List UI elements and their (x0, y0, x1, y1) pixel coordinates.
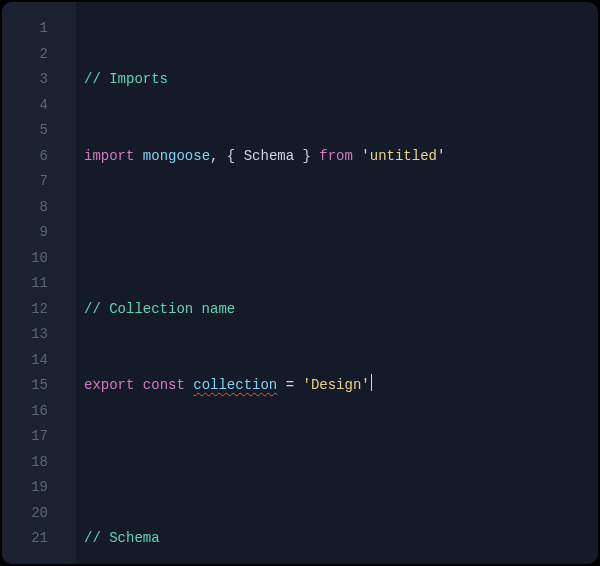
code-line[interactable] (84, 450, 598, 476)
token-comment: // Schema (84, 530, 160, 546)
line-number: 18 (2, 450, 76, 476)
line-number: 14 (2, 348, 76, 374)
token-keyword: from (311, 148, 361, 164)
token-ident: Schema (244, 148, 294, 164)
code-line[interactable]: // Schema (84, 526, 598, 552)
token-punct: , (210, 148, 227, 164)
code-editor[interactable]: 1 2 3 4 5 6 7 8 9 10 11 12 13 14 15 16 1… (2, 2, 598, 564)
line-number: 8 (2, 195, 76, 221)
token-ident-error: collection (193, 377, 277, 393)
token-comment: // Collection name (84, 301, 235, 317)
line-number: 12 (2, 297, 76, 323)
token-keyword: const (134, 377, 193, 393)
line-number: 20 (2, 501, 76, 527)
line-number: 15 (2, 373, 76, 399)
text-cursor (371, 374, 372, 391)
token-keyword: import (84, 148, 134, 164)
code-line[interactable]: import mongoose, { Schema } from 'untitl… (84, 144, 598, 170)
line-number: 10 (2, 246, 76, 272)
line-number: 4 (2, 93, 76, 119)
token-string: Design (311, 377, 361, 393)
line-number-gutter: 1 2 3 4 5 6 7 8 9 10 11 12 13 14 15 16 1… (2, 2, 76, 564)
line-number: 19 (2, 475, 76, 501)
line-number: 6 (2, 144, 76, 170)
line-number: 16 (2, 399, 76, 425)
line-number: 11 (2, 271, 76, 297)
token-string: ' (437, 148, 445, 164)
token-string: ' (361, 148, 369, 164)
line-number: 9 (2, 220, 76, 246)
line-number: 1 (2, 16, 76, 42)
line-number: 21 (2, 526, 76, 552)
line-number: 7 (2, 169, 76, 195)
token-punct: = (277, 377, 302, 393)
code-line[interactable] (84, 220, 598, 246)
token-ident: mongoose (143, 148, 210, 164)
token-string: untitled (370, 148, 437, 164)
token-keyword: export (84, 377, 134, 393)
line-number: 2 (2, 42, 76, 68)
line-number: 3 (2, 67, 76, 93)
line-number: 17 (2, 424, 76, 450)
code-line[interactable]: // Imports (84, 67, 598, 93)
token-string: ' (361, 377, 369, 393)
token-punct: } (294, 148, 311, 164)
line-number: 13 (2, 322, 76, 348)
code-line[interactable]: export const collection = 'Design' (84, 373, 598, 399)
code-area[interactable]: // Imports import mongoose, { Schema } f… (76, 2, 598, 564)
token-punct: { (227, 148, 244, 164)
code-line[interactable]: // Collection name (84, 297, 598, 323)
token-comment: // Imports (84, 71, 168, 87)
line-number: 5 (2, 118, 76, 144)
token-string: ' (302, 377, 310, 393)
